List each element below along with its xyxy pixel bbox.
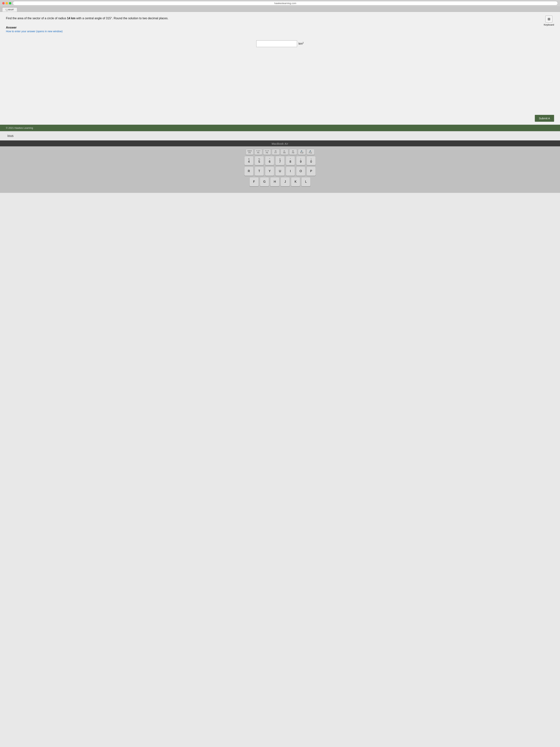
- answer-input[interactable]: [256, 41, 297, 47]
- key-f7[interactable]: ⏮ F7: [272, 149, 279, 155]
- key-g[interactable]: G: [260, 177, 269, 186]
- how-to-link[interactable]: How to enter your answer (opens in new w…: [6, 30, 62, 33]
- key-l[interactable]: L: [301, 177, 311, 186]
- macbook-label: MacBook Air: [272, 142, 288, 145]
- answer-section: Answer How to enter your answer (opens i…: [0, 23, 560, 33]
- key-o[interactable]: O: [296, 166, 305, 176]
- number-key-row: $ 4 % 5 ^ 6 & 7 * 8 ( 9 ) 0: [3, 156, 557, 165]
- prev-button[interactable]: ious: [6, 133, 15, 138]
- key-4[interactable]: $ 4: [244, 156, 254, 165]
- key-f9[interactable]: ⏭ F9: [289, 149, 297, 155]
- home-key-row: F G H J K L: [3, 177, 557, 186]
- key-f[interactable]: F: [249, 177, 259, 186]
- copyright-text: © 2021 Hawkes Learning: [6, 127, 33, 129]
- key-j[interactable]: J: [281, 177, 290, 186]
- keyboard-area: ⊞⊞⊞ F4 ✦✦✦ F5 ✦✦✦ F6 ⏮ F7 ⏯ F8 ⏭ F9 🔈 F1…: [0, 146, 560, 193]
- key-h[interactable]: H: [270, 177, 279, 186]
- macbook-label-bar: MacBook Air: [0, 140, 560, 146]
- key-f11[interactable]: 🔉 F11: [307, 149, 315, 155]
- answer-label: Answer: [6, 26, 554, 29]
- key-5[interactable]: % 5: [255, 156, 264, 165]
- submit-area: Submit A: [0, 112, 560, 125]
- browser-nav-bar: hawkeslearning.com: [0, 0, 560, 7]
- key-t[interactable]: T: [255, 166, 264, 176]
- key-k[interactable]: K: [291, 177, 300, 186]
- key-i[interactable]: I: [286, 166, 295, 176]
- footer-bar: © 2021 Hawkes Learning: [0, 125, 560, 131]
- key-6[interactable]: ^ 6: [265, 156, 274, 165]
- keyboard-label: Keyboard: [544, 23, 554, 26]
- unit-label: km2: [298, 42, 303, 45]
- key-0[interactable]: ) 0: [306, 156, 316, 165]
- key-f6[interactable]: ✦✦✦ F6: [263, 149, 271, 155]
- traffic-lights: [2, 2, 11, 4]
- key-y[interactable]: Y: [265, 166, 274, 176]
- key-f4[interactable]: ⊞⊞⊞ F4: [246, 149, 254, 155]
- key-p[interactable]: P: [306, 166, 316, 176]
- blank-space: [0, 53, 560, 112]
- question-text: Find the area of the sector of a circle …: [6, 16, 554, 21]
- key-7[interactable]: & 7: [275, 156, 285, 165]
- key-u[interactable]: U: [275, 166, 285, 176]
- submit-button[interactable]: Submit A: [535, 115, 554, 122]
- keyboard-icon-button[interactable]: ⊞: [545, 16, 553, 23]
- key-r[interactable]: R: [244, 166, 254, 176]
- key-9[interactable]: ( 9: [296, 156, 305, 165]
- key-f10[interactable]: 🔈 F10: [298, 149, 306, 155]
- question-area: Find the area of the sector of a circle …: [0, 12, 560, 23]
- tab-bar: t_intro#!: [0, 7, 560, 12]
- url-bar[interactable]: hawkeslearning.com: [13, 1, 558, 5]
- qwerty-key-row: R T Y U I O P: [3, 166, 557, 176]
- key-8[interactable]: * 8: [286, 156, 295, 165]
- key-f5[interactable]: ✦✦✦ F5: [255, 149, 262, 155]
- main-content-wrapper: ⊞ Keyboard Find the area of the sector o…: [0, 12, 560, 131]
- answer-input-row: km2: [0, 33, 560, 53]
- fn-key-row: ⊞⊞⊞ F4 ✦✦✦ F5 ✦✦✦ F6 ⏮ F7 ⏯ F8 ⏭ F9 🔈 F1…: [3, 149, 557, 155]
- key-f8[interactable]: ⏯ F8: [281, 149, 288, 155]
- browser-tab[interactable]: t_intro#!: [2, 7, 17, 12]
- keyboard-controls: ⊞ Keyboard: [544, 16, 554, 26]
- browser-bottom-area: ious: [0, 131, 560, 140]
